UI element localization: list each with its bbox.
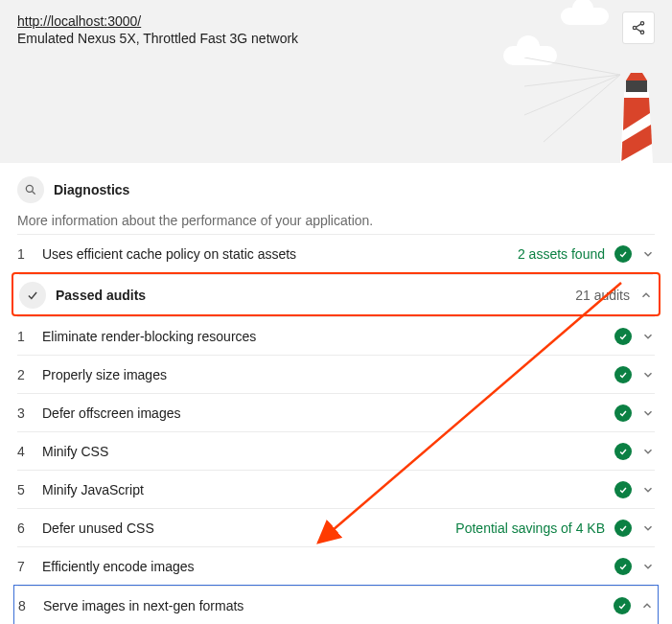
report-subtitle: Emulated Nexus 5X, Throttled Fast 3G net… xyxy=(17,31,655,46)
row-label: Defer offscreen images xyxy=(42,405,614,421)
magnifier-icon xyxy=(17,176,44,203)
chevron-down-icon xyxy=(641,560,655,573)
svg-line-3 xyxy=(636,24,640,27)
row-label: Minify CSS xyxy=(42,444,614,459)
diagnostics-title: Diagnostics xyxy=(54,182,129,197)
chevron-down-icon xyxy=(641,330,655,343)
row-number: 6 xyxy=(17,520,42,536)
passed-row[interactable]: 7 Efficiently encode images xyxy=(17,546,655,585)
chevron-down-icon xyxy=(641,406,655,420)
report-header: http://localhost:3000/ Emulated Nexus 5X… xyxy=(0,0,672,163)
chevron-down-icon xyxy=(641,483,655,497)
row-label: Properly size images xyxy=(42,367,614,382)
pass-check-icon xyxy=(614,328,632,345)
diagnostics-heading: Diagnostics xyxy=(17,163,655,203)
diagnostics-section: Diagnostics More information about the p… xyxy=(0,163,672,624)
chevron-up-icon xyxy=(639,289,653,302)
passed-row[interactable]: 1 Eliminate render-blocking resources xyxy=(17,316,655,355)
svg-point-0 xyxy=(640,22,643,25)
row-label: Efficiently encode images xyxy=(42,559,614,574)
pass-check-icon xyxy=(614,597,631,614)
svg-point-2 xyxy=(640,31,643,34)
report-url: http://localhost:3000/ xyxy=(17,13,655,29)
share-button[interactable] xyxy=(622,12,655,44)
passed-row[interactable]: 8 Serve images in next-gen formats xyxy=(18,586,654,624)
highlight-serve-nextgen: 8 Serve images in next-gen formats xyxy=(13,585,659,624)
row-detail: Potential savings of 4 KB xyxy=(455,520,605,536)
svg-point-15 xyxy=(26,185,33,192)
svg-point-1 xyxy=(633,26,636,29)
passed-row[interactable]: 5 Minify JavaScript xyxy=(17,470,655,508)
cloud-decoration xyxy=(561,8,609,25)
passed-audits-title: Passed audits xyxy=(56,288,566,303)
row-number: 5 xyxy=(17,482,42,497)
chevron-down-icon xyxy=(641,521,655,535)
lighthouse-icon xyxy=(614,58,659,163)
row-label: Minify JavaScript xyxy=(42,482,614,497)
row-label: Serve images in next-gen formats xyxy=(43,598,614,613)
row-detail: 2 assets found xyxy=(518,246,605,262)
row-number: 8 xyxy=(18,598,43,613)
row-number: 7 xyxy=(17,559,42,574)
chevron-down-icon xyxy=(641,247,655,261)
svg-line-8 xyxy=(544,75,620,142)
pass-check-icon xyxy=(614,520,632,537)
row-number: 4 xyxy=(17,444,42,459)
passed-row[interactable]: 6 Defer unused CSS Potential savings of … xyxy=(17,508,655,546)
svg-marker-14 xyxy=(626,73,647,81)
diagnostics-row[interactable]: 1 Uses efficient cache policy on static … xyxy=(17,234,655,272)
pass-check-icon xyxy=(614,558,632,575)
row-label: Uses efficient cache policy on static as… xyxy=(42,246,518,262)
share-icon xyxy=(631,20,646,35)
row-number: 1 xyxy=(17,329,42,344)
svg-rect-10 xyxy=(624,92,649,98)
chevron-up-icon xyxy=(640,599,654,612)
checkmark-icon xyxy=(19,282,46,309)
passed-row[interactable]: 4 Minify CSS xyxy=(17,431,655,470)
passed-row[interactable]: 3 Defer offscreen images xyxy=(17,393,655,431)
diagnostics-subtitle: More information about the performance o… xyxy=(17,213,655,228)
svg-rect-9 xyxy=(626,81,647,92)
row-number: 3 xyxy=(17,405,42,421)
passed-audits-header[interactable]: Passed audits 21 audits xyxy=(19,274,653,314)
pass-check-icon xyxy=(614,481,632,498)
pass-check-icon xyxy=(614,366,632,383)
highlight-passed-audits: Passed audits 21 audits xyxy=(12,272,660,316)
row-number: 1 xyxy=(17,246,42,262)
svg-line-5 xyxy=(524,58,620,75)
chevron-down-icon xyxy=(641,445,655,458)
passed-audits-count: 21 audits xyxy=(575,288,630,303)
row-label: Eliminate render-blocking resources xyxy=(42,329,614,344)
row-number: 2 xyxy=(17,367,42,382)
svg-line-4 xyxy=(636,29,640,32)
svg-line-16 xyxy=(32,191,35,194)
pass-check-icon xyxy=(614,404,632,422)
pass-check-icon xyxy=(614,443,632,460)
chevron-down-icon xyxy=(641,368,655,381)
pass-check-icon xyxy=(614,245,632,263)
row-label: Defer unused CSS xyxy=(42,520,455,536)
passed-row[interactable]: 2 Properly size images xyxy=(17,355,655,393)
